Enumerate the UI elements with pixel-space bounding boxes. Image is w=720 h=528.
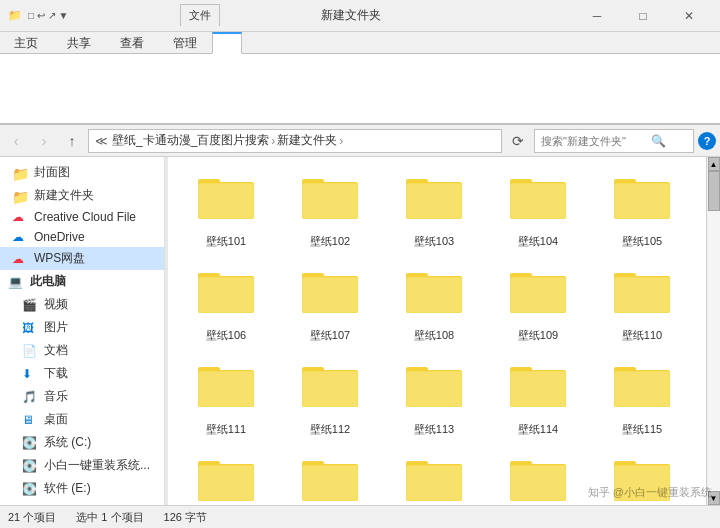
folder-icon-large [509,265,567,324]
tab-home[interactable]: 共享 [53,32,106,54]
folder-item-101[interactable]: 壁纸101 [176,165,276,255]
folder-item-106[interactable]: 壁纸106 [176,259,276,349]
search-icon[interactable]: 🔍 [651,134,666,148]
tab-manage[interactable] [212,32,242,54]
sidebar-item-reinstall[interactable]: 💽 小白一键重装系统... [0,454,164,477]
sidebar-item-onedrive[interactable]: ☁ OneDrive [0,227,164,247]
folder-item-117[interactable]: 壁纸117 [280,447,380,505]
folder-icon: 📁 [12,166,30,180]
creative-cloud-icon: ☁ [12,210,30,224]
desktop-icon: 🖥 [22,413,40,427]
folder-item-112[interactable]: 壁纸112 [280,353,380,443]
tab-file[interactable]: 主页 [0,32,53,54]
svg-rect-7 [303,184,357,218]
folder-icon-large [613,359,671,418]
folder-name: 壁纸112 [310,422,350,437]
search-input[interactable] [541,135,651,147]
folder-icon-large [197,265,255,324]
folder-item-102[interactable]: 壁纸102 [280,165,380,255]
folder-icon-large [301,453,359,505]
folder-icon-large [509,171,567,230]
folder-item-114[interactable]: 壁纸114 [488,353,588,443]
sidebar-item-docs[interactable]: 📄 文档 [0,339,164,362]
folder-icon-large [197,171,255,230]
sidebar-label-creative-cloud: Creative Cloud File [34,210,136,224]
svg-rect-47 [303,372,357,406]
watermark: 知乎 @小白一键重装系统 [588,485,712,500]
title-bar-left: 📁 □ ↩ ↗ ▼ [8,9,68,22]
ribbon-content [0,54,720,124]
reinstall-icon: 💽 [22,459,40,473]
nav-forward-button[interactable]: › [32,129,56,153]
svg-rect-75 [511,466,565,500]
title-bar: 📁 □ ↩ ↗ ▼ 文件 新建文件夹 ─ □ ✕ [0,0,720,32]
search-box[interactable]: 🔍 [534,129,694,153]
sidebar-item-c-drive[interactable]: 💽 系统 (C:) [0,431,164,454]
folder-item-118[interactable]: 壁纸118 [384,447,484,505]
sidebar-label-f-drive: 本地磁盘 (F:) [44,503,114,505]
sidebar-label-onedrive: OneDrive [34,230,85,244]
sidebar-item-pictures[interactable]: 🖼 图片 [0,316,164,339]
folder-icon-large [301,359,359,418]
tab-app-tools[interactable]: 文件 [180,4,220,26]
svg-rect-51 [407,372,461,406]
sidebar-label-pictures: 图片 [44,319,68,336]
path-segment-2: 壁纸_卡通动漫_百度图片搜索 [112,132,269,149]
maximize-button[interactable]: □ [620,0,666,32]
sidebar-item-desktop[interactable]: 🖥 桌面 [0,408,164,431]
folder-item-105[interactable]: 壁纸105 [592,165,692,255]
sidebar-item-f-drive[interactable]: 💽 本地磁盘 (F:) [0,500,164,505]
folder-icon-large [613,171,671,230]
folder-name: 壁纸105 [622,234,662,249]
sidebar-item-downloads[interactable]: ⬇ 下载 [0,362,164,385]
folder-item-115[interactable]: 壁纸115 [592,353,692,443]
folder-item-111[interactable]: 壁纸111 [176,353,276,443]
sidebar-label-reinstall: 小白一键重装系统... [44,457,150,474]
sidebar-item-wps-cloud[interactable]: ☁ WPS网盘 [0,247,164,270]
scrollbar-thumb[interactable] [708,171,720,211]
folder-item-108[interactable]: 壁纸108 [384,259,484,349]
help-button[interactable]: ? [698,132,716,150]
folder-item-110[interactable]: 壁纸110 [592,259,692,349]
address-path[interactable]: ≪ 壁纸_卡通动漫_百度图片搜索 › 新建文件夹 › [88,129,502,153]
path-sep-1: › [271,134,275,148]
minimize-button[interactable]: ─ [574,0,620,32]
folder-name: 壁纸115 [622,422,662,437]
item-count: 21 个项目 [8,510,56,525]
sidebar-item-creative-cloud[interactable]: ☁ Creative Cloud File [0,207,164,227]
scroll-up-button[interactable]: ▲ [708,157,720,171]
sidebar-item-e-drive[interactable]: 💽 软件 (E:) [0,477,164,500]
svg-rect-67 [303,466,357,500]
svg-rect-63 [199,466,253,500]
svg-rect-23 [199,278,253,312]
sidebar-item-this-pc[interactable]: 💻 此电脑 [0,270,164,293]
folder-item-113[interactable]: 壁纸113 [384,353,484,443]
sidebar-label-e-drive: 软件 (E:) [44,480,91,497]
sidebar-item-new-folder[interactable]: 📁 新建文件夹 [0,184,164,207]
folder-item-116[interactable]: 壁纸116 [176,447,276,505]
folder-item-107[interactable]: 壁纸107 [280,259,380,349]
sidebar-label-downloads: 下载 [44,365,68,382]
nav-up-button[interactable]: ↑ [60,129,84,153]
tab-share[interactable]: 查看 [106,32,159,54]
onedrive-icon: ☁ [12,230,30,244]
folder-item-109[interactable]: 壁纸109 [488,259,588,349]
scrollbar-area[interactable]: ▲ ▼ [706,157,720,505]
sidebar-label-wps-cloud: WPS网盘 [34,250,85,267]
sidebar-item-video[interactable]: 🎬 视频 [0,293,164,316]
scrollbar-track[interactable] [708,171,720,491]
folder-item-103[interactable]: 壁纸103 [384,165,484,255]
refresh-button[interactable]: ⟳ [506,129,530,153]
folder-item-104[interactable]: 壁纸104 [488,165,588,255]
tab-view[interactable]: 管理 [159,32,212,54]
folder-name: 壁纸107 [310,328,350,343]
svg-rect-39 [615,278,669,312]
download-icon: ⬇ [22,367,40,381]
folder-item-119[interactable]: 壁纸119 [488,447,588,505]
nav-back-button[interactable]: ‹ [4,129,28,153]
close-button[interactable]: ✕ [666,0,712,32]
sidebar-label-desktop: 桌面 [44,411,68,428]
folder-icon-large [405,359,463,418]
sidebar-item-music[interactable]: 🎵 音乐 [0,385,164,408]
sidebar-item-cover[interactable]: 📁 封面图 [0,161,164,184]
